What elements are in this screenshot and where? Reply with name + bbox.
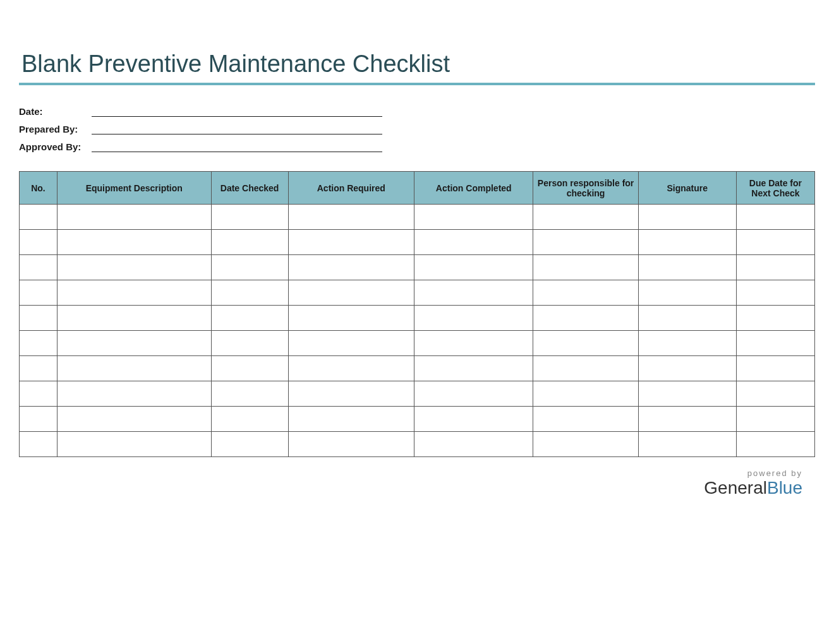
table-cell[interactable] — [533, 230, 638, 255]
table-cell[interactable] — [533, 432, 638, 457]
date-input-line[interactable] — [92, 105, 382, 117]
table-cell[interactable] — [414, 280, 533, 306]
table-cell[interactable] — [20, 331, 57, 356]
table-cell[interactable] — [211, 306, 288, 331]
table-cell[interactable] — [638, 331, 736, 356]
table-cell[interactable] — [20, 432, 57, 457]
table-cell[interactable] — [638, 356, 736, 381]
table-cell[interactable] — [211, 331, 288, 356]
table-cell[interactable] — [638, 280, 736, 306]
table-cell[interactable] — [211, 432, 288, 457]
table-cell[interactable] — [533, 381, 638, 407]
table-cell[interactable] — [288, 280, 414, 306]
table-cell[interactable] — [20, 407, 57, 432]
table-cell[interactable] — [638, 432, 736, 457]
table-cell[interactable] — [736, 381, 814, 407]
table-cell[interactable] — [211, 381, 288, 407]
table-cell[interactable] — [20, 255, 57, 280]
table-cell[interactable] — [638, 205, 736, 230]
table-cell[interactable] — [533, 331, 638, 356]
table-cell[interactable] — [414, 306, 533, 331]
title-underline — [19, 83, 815, 85]
table-cell[interactable] — [533, 407, 638, 432]
table-cell[interactable] — [414, 381, 533, 407]
meta-section: Date: Prepared By: Approved By: — [19, 105, 815, 152]
powered-by-text: powered by — [19, 468, 802, 478]
table-cell[interactable] — [414, 205, 533, 230]
table-cell[interactable] — [57, 432, 211, 457]
table-cell[interactable] — [533, 306, 638, 331]
table-cell[interactable] — [20, 306, 57, 331]
table-cell[interactable] — [414, 230, 533, 255]
table-cell[interactable] — [414, 432, 533, 457]
table-cell[interactable] — [57, 230, 211, 255]
header-date-checked: Date Checked — [211, 172, 288, 205]
header-equipment-description: Equipment Description — [57, 172, 211, 205]
table-cell[interactable] — [211, 280, 288, 306]
table-cell[interactable] — [288, 306, 414, 331]
table-cell[interactable] — [533, 255, 638, 280]
table-cell[interactable] — [20, 356, 57, 381]
table-cell[interactable] — [736, 407, 814, 432]
table-cell[interactable] — [638, 255, 736, 280]
header-person-responsible: Person responsible for checking — [533, 172, 638, 205]
table-cell[interactable] — [414, 407, 533, 432]
table-row — [20, 306, 815, 331]
table-cell[interactable] — [20, 280, 57, 306]
table-cell[interactable] — [288, 432, 414, 457]
table-header-row: No. Equipment Description Date Checked A… — [20, 172, 815, 205]
page-title: Blank Preventive Maintenance Checklist — [19, 51, 815, 78]
table-cell[interactable] — [736, 356, 814, 381]
table-cell[interactable] — [638, 306, 736, 331]
table-cell[interactable] — [57, 306, 211, 331]
table-cell[interactable] — [211, 407, 288, 432]
table-cell[interactable] — [211, 356, 288, 381]
table-cell[interactable] — [57, 381, 211, 407]
table-cell[interactable] — [736, 230, 814, 255]
table-cell[interactable] — [57, 280, 211, 306]
table-cell[interactable] — [638, 407, 736, 432]
table-cell[interactable] — [736, 331, 814, 356]
table-cell[interactable] — [288, 381, 414, 407]
brand-blue-text: Blue — [767, 478, 802, 498]
table-cell[interactable] — [57, 407, 211, 432]
brand-logo: GeneralBlue — [19, 478, 802, 498]
table-cell[interactable] — [414, 331, 533, 356]
table-cell[interactable] — [736, 205, 814, 230]
table-cell[interactable] — [533, 356, 638, 381]
header-due-date: Due Date for Next Check — [736, 172, 814, 205]
table-cell[interactable] — [288, 205, 414, 230]
prepared-by-label: Prepared By: — [19, 124, 92, 134]
table-cell[interactable] — [57, 331, 211, 356]
table-cell[interactable] — [288, 407, 414, 432]
table-cell[interactable] — [533, 280, 638, 306]
table-cell[interactable] — [211, 255, 288, 280]
approved-by-input-line[interactable] — [92, 141, 382, 152]
table-cell[interactable] — [533, 205, 638, 230]
table-cell[interactable] — [288, 331, 414, 356]
table-cell[interactable] — [20, 205, 57, 230]
date-label: Date: — [19, 106, 92, 117]
meta-row-date: Date: — [19, 105, 815, 117]
table-cell[interactable] — [638, 381, 736, 407]
brand-general-text: General — [704, 478, 767, 498]
table-cell[interactable] — [57, 205, 211, 230]
table-cell[interactable] — [288, 356, 414, 381]
table-cell[interactable] — [414, 255, 533, 280]
table-cell[interactable] — [288, 230, 414, 255]
table-cell[interactable] — [638, 230, 736, 255]
table-cell[interactable] — [736, 280, 814, 306]
table-cell[interactable] — [57, 255, 211, 280]
table-cell[interactable] — [211, 230, 288, 255]
table-cell[interactable] — [736, 432, 814, 457]
table-cell[interactable] — [736, 306, 814, 331]
table-cell[interactable] — [736, 255, 814, 280]
table-cell[interactable] — [414, 356, 533, 381]
table-row — [20, 407, 815, 432]
prepared-by-input-line[interactable] — [92, 123, 382, 134]
table-cell[interactable] — [211, 205, 288, 230]
table-cell[interactable] — [20, 381, 57, 407]
table-cell[interactable] — [57, 356, 211, 381]
table-cell[interactable] — [20, 230, 57, 255]
table-cell[interactable] — [288, 255, 414, 280]
